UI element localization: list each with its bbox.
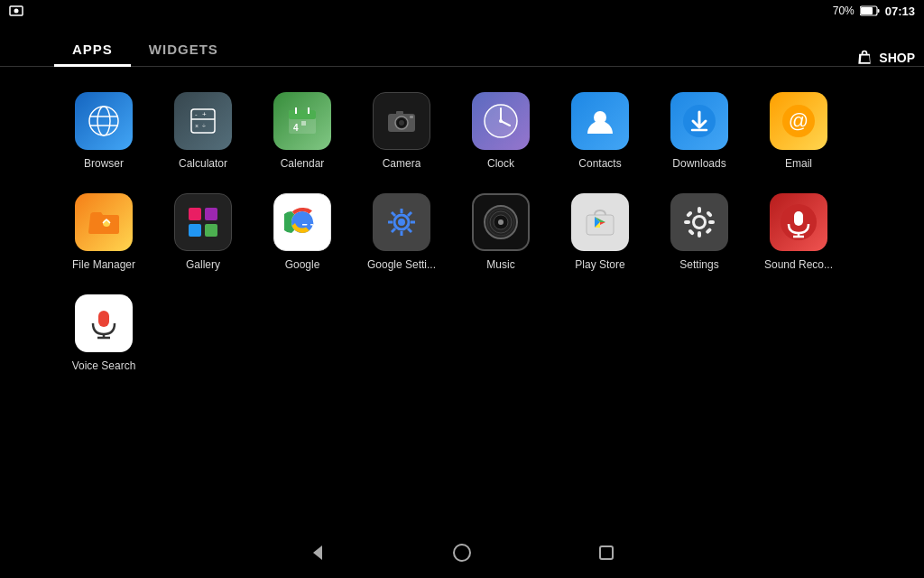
music-icon xyxy=(472,193,530,251)
app-contacts[interactable]: Contacts xyxy=(550,85,650,177)
app-gallery[interactable]: Gallery xyxy=(153,186,253,278)
browser-icon xyxy=(75,92,133,150)
google-label: Google xyxy=(285,258,320,271)
recent-button[interactable] xyxy=(588,535,624,571)
music-label: Music xyxy=(486,258,514,271)
shop-icon xyxy=(855,49,873,67)
clock-time: 07:13 xyxy=(885,5,915,18)
app-clock[interactable]: Clock xyxy=(451,85,550,177)
svg-point-28 xyxy=(499,119,503,123)
svg-rect-73 xyxy=(794,211,803,226)
voicesearch-label: Voice Search xyxy=(72,359,136,372)
battery-icon xyxy=(860,5,880,16)
app-settings[interactable]: Settings xyxy=(650,186,749,278)
nav-bar xyxy=(0,527,924,578)
svg-text:@: @ xyxy=(789,109,808,132)
clock-icon xyxy=(472,92,530,150)
app-row-2: Voice Search xyxy=(54,287,870,379)
back-button[interactable] xyxy=(300,535,336,571)
svg-text:-: - xyxy=(195,110,198,118)
tab-widgets[interactable]: WIDGETS xyxy=(131,33,236,66)
svg-rect-38 xyxy=(205,224,217,237)
app-filemanager[interactable]: File Manager xyxy=(54,186,153,278)
downloads-icon xyxy=(670,92,728,150)
app-soundrec[interactable]: Sound Reco... xyxy=(749,186,848,278)
app-row-0: Browser -+×÷ Calculator 4 Calendar xyxy=(54,85,870,177)
svg-rect-35 xyxy=(189,208,201,220)
svg-rect-4 xyxy=(877,9,879,13)
clock-label: Clock xyxy=(487,157,514,170)
calendar-icon: 4 xyxy=(273,92,331,150)
svg-rect-25 xyxy=(396,111,403,115)
svg-rect-76 xyxy=(98,311,109,327)
app-voicesearch[interactable]: Voice Search xyxy=(54,287,153,379)
google-icon: G xyxy=(273,193,331,251)
calculator-label: Calculator xyxy=(179,157,227,170)
svg-rect-71 xyxy=(705,228,712,235)
app-grid: Browser -+×÷ Calculator 4 Calendar xyxy=(54,67,870,527)
settings-icon xyxy=(670,193,728,251)
screenshot-icon xyxy=(9,4,23,18)
svg-point-53 xyxy=(498,219,504,225)
browser-label: Browser xyxy=(84,157,124,170)
svg-rect-68 xyxy=(686,210,693,218)
svg-rect-69 xyxy=(706,210,713,218)
status-left xyxy=(9,4,23,18)
app-email[interactable]: @ Email xyxy=(749,85,848,177)
email-icon: @ xyxy=(770,92,827,150)
soundrec-icon xyxy=(770,193,827,251)
tabs-bar: APPS WIDGETS SHOP xyxy=(0,22,924,67)
svg-rect-67 xyxy=(708,220,715,224)
app-googlesettings[interactable]: Google Setti... xyxy=(352,186,451,278)
home-button[interactable] xyxy=(444,535,480,571)
voicesearch-icon xyxy=(75,294,133,352)
app-google[interactable]: G Google xyxy=(253,186,352,278)
svg-rect-20 xyxy=(301,121,306,126)
shop-button[interactable]: SHOP xyxy=(855,49,915,67)
app-downloads[interactable]: Downloads xyxy=(650,85,749,177)
filemanager-icon xyxy=(75,193,133,251)
downloads-label: Downloads xyxy=(672,157,725,170)
camera-label: Camera xyxy=(383,157,421,170)
gallery-icon xyxy=(174,193,232,251)
svg-rect-37 xyxy=(189,224,201,237)
svg-line-50 xyxy=(392,228,395,232)
app-music[interactable]: Music xyxy=(451,186,550,278)
app-playstore[interactable]: Play Store xyxy=(550,186,650,278)
svg-point-5 xyxy=(89,107,118,135)
tab-apps[interactable]: APPS xyxy=(54,33,131,66)
svg-rect-26 xyxy=(410,116,413,118)
svg-point-1 xyxy=(14,9,19,14)
app-calendar[interactable]: 4 Calendar xyxy=(253,85,352,177)
svg-text:+: + xyxy=(202,110,207,118)
svg-point-24 xyxy=(399,120,404,126)
soundrec-label: Sound Reco... xyxy=(764,258,833,271)
app-calculator[interactable]: -+×÷ Calculator xyxy=(153,85,253,177)
svg-text:÷: ÷ xyxy=(202,123,206,129)
email-label: Email xyxy=(785,157,812,170)
calculator-icon: -+×÷ xyxy=(174,92,232,150)
svg-point-63 xyxy=(695,218,704,227)
googlesettings-label: Google Setti... xyxy=(367,258,436,271)
svg-point-42 xyxy=(398,219,405,226)
status-bar: 70% 07:13 xyxy=(0,0,924,22)
svg-rect-66 xyxy=(684,220,690,224)
camera-icon xyxy=(373,92,430,150)
calendar-label: Calendar xyxy=(281,157,325,170)
svg-line-47 xyxy=(392,212,395,216)
contacts-icon xyxy=(571,92,629,150)
app-camera[interactable]: Camera xyxy=(352,85,451,177)
svg-rect-16 xyxy=(289,110,316,119)
svg-point-34 xyxy=(103,219,110,227)
svg-rect-36 xyxy=(205,208,217,220)
contacts-label: Contacts xyxy=(578,157,621,170)
svg-rect-3 xyxy=(861,7,873,14)
gallery-label: Gallery xyxy=(186,258,220,271)
svg-point-6 xyxy=(97,107,110,135)
filemanager-label: File Manager xyxy=(72,258,135,271)
svg-rect-81 xyxy=(600,546,613,559)
svg-point-80 xyxy=(454,545,470,561)
svg-text:4: 4 xyxy=(293,123,299,133)
battery-level: 70% xyxy=(833,5,855,17)
app-browser[interactable]: Browser xyxy=(54,85,153,177)
